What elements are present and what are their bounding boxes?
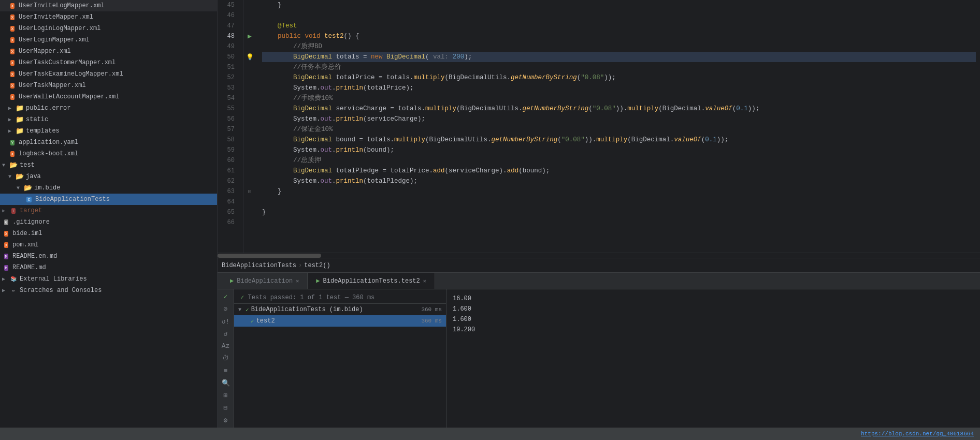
scratches-consoles[interactable]: ▶ ✏️ Scratches and Consoles	[0, 285, 217, 296]
xml-icon: X	[2, 229, 10, 238]
folder-static[interactable]: ▶ 📁 static	[0, 114, 217, 125]
chevron-down-icon: ▼	[2, 163, 8, 168]
folder-name: target	[20, 207, 42, 214]
filter-button[interactable]: ≡	[220, 365, 232, 376]
editor-gutter: ▶ 💡 ⊟	[243, 0, 258, 253]
folder-target[interactable]: ▶ T target	[0, 205, 217, 216]
file-bide-iml[interactable]: X bide.iml	[0, 228, 217, 239]
file-name: UserTaskMapper.xml	[19, 82, 86, 89]
folder-icon: 📁	[16, 104, 24, 112]
chevron-right-icon: ▶	[2, 208, 8, 214]
code-line-63: }	[262, 186, 976, 197]
test-method-label: test2	[256, 317, 275, 325]
code-line-65: }	[262, 207, 976, 217]
sort-alpha-button[interactable]: Az	[220, 341, 232, 351]
code-line-56: System.out.println(serviceCharge);	[262, 114, 976, 124]
file-pom-xml[interactable]: X pom.xml	[0, 239, 217, 251]
status-link[interactable]: https://blog.csdn.net/qq_40618664	[861, 431, 974, 437]
search-button[interactable]: 🔍	[220, 378, 232, 388]
file-readme-en[interactable]: M README.en.md	[0, 251, 217, 262]
code-line-62: System.out.println(totalPledge);	[262, 176, 976, 186]
test-tree: ✓ Tests passed: 1 of 1 test — 360 ms ▼ ✓…	[234, 289, 446, 428]
folder-name: Scratches and Consoles	[20, 287, 102, 294]
collapse-all-button[interactable]: ⊟	[220, 403, 232, 413]
folder-open-icon: 📂	[9, 161, 18, 169]
external-libraries[interactable]: ▶ 📚 External Libraries	[0, 273, 217, 285]
tab-bide-application[interactable]: ▶ BideApplication ✕	[222, 273, 308, 289]
file-readme[interactable]: M README.md	[0, 262, 217, 273]
file-UserWalletAccountMapper[interactable]: X UserWalletAccountMapper.xml	[0, 91, 217, 102]
chevron-down-icon: ▼	[238, 307, 244, 313]
run-test-icon[interactable]: ▶	[246, 31, 254, 41]
tab-label: BideApplicationTests.test2	[323, 277, 420, 285]
file-UserTaskExamineLogMapper[interactable]: X UserTaskExamineLogMapper.xml	[0, 68, 217, 80]
test-pass-icon: ✓	[246, 306, 249, 313]
line-num-63: 63	[218, 186, 239, 197]
chevron-down-icon: ▼	[8, 174, 15, 180]
test-suite-item[interactable]: ▼ ✓ BideApplicationTests (im.bide) 360 m…	[234, 304, 446, 315]
file-BideApplicationTests[interactable]: C BideApplicationTests	[0, 194, 217, 205]
tab-bide-tests[interactable]: ▶ BideApplicationTests.test2 ✕	[308, 273, 435, 289]
test-status: ✓ Tests passed: 1 of 1 test — 360 ms	[234, 291, 446, 304]
file-name: README.en.md	[12, 253, 57, 260]
file-name: UserLoginMapper.xml	[19, 36, 90, 43]
yaml-icon: Y	[8, 138, 17, 146]
lightbulb-icon[interactable]: 💡	[246, 52, 254, 62]
file-name: README.md	[12, 264, 46, 271]
code-line-45: }	[262, 0, 976, 10]
code-line-46	[262, 10, 976, 21]
file-name: UserTaskCustomerMapper.xml	[19, 59, 116, 66]
file-UserInviteMapper[interactable]: X UserInviteMapper.xml	[0, 11, 217, 23]
chevron-right-icon: ▶	[8, 116, 15, 123]
folder-templates[interactable]: ▶ 📁 templates	[0, 125, 217, 137]
file-UserTaskMapper[interactable]: X UserTaskMapper.xml	[0, 80, 217, 91]
tab-label: BideApplication	[237, 277, 293, 285]
line-num-59: 59	[218, 145, 239, 155]
code-content[interactable]: } @Test public void test2() { //质押BD	[258, 0, 980, 253]
bottom-tabs: ▶ BideApplication ✕ ▶ BideApplicationTes…	[218, 273, 980, 289]
file-application-yaml[interactable]: Y application.yaml	[0, 137, 217, 148]
folder-im-bide[interactable]: ▼ 📂 im.bide	[0, 182, 217, 194]
horizontal-scrollbar[interactable]	[218, 253, 980, 258]
folder-test[interactable]: ▼ 📂 test	[0, 159, 217, 171]
code-line-59: System.out.println(bound);	[262, 145, 976, 155]
code-editor[interactable]: 45 46 47 48 49 50 51 52 53 54 55 56 57 5…	[218, 0, 980, 253]
file-gitignore[interactable]: G .gitignore	[0, 216, 217, 228]
output-line-1: 16.00	[453, 294, 974, 304]
code-line-48: public void test2() {	[262, 31, 976, 41]
line-num-53: 53	[218, 83, 239, 93]
code-line-47: @Test	[262, 21, 976, 31]
file-logback[interactable]: X logback-boot.xml	[0, 148, 217, 159]
file-name: BideApplicationTests	[35, 196, 110, 203]
h-scroll-thumb[interactable]	[218, 254, 321, 258]
tab-close-icon[interactable]: ✕	[423, 278, 426, 284]
breadcrumb: BideApplicationTests › test2()	[218, 258, 980, 272]
line-num-52: 52	[218, 72, 239, 83]
rerun-button[interactable]: ↺	[220, 329, 232, 339]
tab-close-icon[interactable]: ✕	[296, 278, 299, 284]
line-num-55: 55	[218, 104, 239, 114]
chevron-right-icon: ▶	[8, 128, 15, 134]
test-output: 16.00 1.600 1.600 19.200	[446, 289, 980, 428]
folder-name: java	[26, 173, 41, 180]
file-UserMapper[interactable]: X UserMapper.xml	[0, 46, 217, 57]
test-method-item[interactable]: ✓ test2 360 ms	[234, 315, 446, 327]
file-UserLoginLogMapper[interactable]: X UserLoginLogMapper.xml	[0, 23, 217, 34]
folder-public-error[interactable]: ▶ 📁 public.error	[0, 102, 217, 114]
rerun-failed-button[interactable]: ↺!	[220, 316, 232, 327]
breadcrumb-separator: ›	[298, 262, 302, 269]
sort-duration-button[interactable]: ⏱	[220, 354, 232, 364]
fold-icon[interactable]: ⊟	[246, 186, 254, 197]
expand-all-button[interactable]: ⊞	[220, 390, 232, 401]
line-num-45: 45	[218, 0, 239, 10]
status-bar: https://blog.csdn.net/qq_40618664	[0, 428, 980, 440]
folder-java[interactable]: ▼ 📂 java	[0, 171, 217, 182]
settings-button[interactable]: ⚙	[220, 415, 232, 426]
stop-button[interactable]: ⊘	[220, 304, 232, 314]
file-UserLoginMapper[interactable]: X UserLoginMapper.xml	[0, 34, 217, 46]
run-button[interactable]: ✓	[220, 291, 232, 302]
folder-open-icon: 📂	[24, 184, 32, 192]
file-UserInviteLogMapper[interactable]: X UserInviteLogMapper.xml	[0, 0, 217, 11]
file-UserTaskCustomerMapper[interactable]: X UserTaskCustomerMapper.xml	[0, 57, 217, 68]
folder-name: templates	[26, 127, 60, 135]
